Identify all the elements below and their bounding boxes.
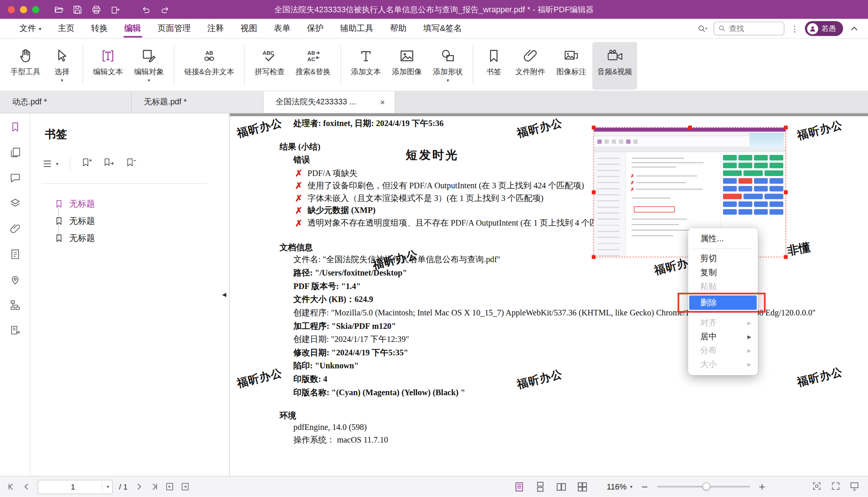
search-input[interactable] [729,24,776,32]
sidebar-form-data[interactable] [8,325,22,338]
ribbon-tool-button[interactable]: 音频&视频 ▾ [592,42,637,90]
collapse-ribbon-icon[interactable] [849,23,859,34]
undo-icon[interactable] [141,5,151,14]
close-window-button[interactable] [8,6,15,13]
more-options-icon[interactable]: ⋮ [790,23,799,34]
selection-handle[interactable] [592,191,595,194]
find-input-box[interactable] [714,22,784,35]
ribbon-tool-button[interactable]: 编辑对象 ▾ [129,42,169,90]
delete-bookmark-icon[interactable] [125,158,137,170]
view-mode-continuous-icon[interactable] [535,481,546,492]
ribbon-tool-button[interactable]: ABAC 搜索&替换 ▾ [291,42,335,90]
menu-tab[interactable]: 文件▾ [11,19,50,38]
sidebar-layers[interactable] [8,198,22,211]
selection-handle[interactable] [784,126,787,129]
page-number-input[interactable] [44,482,102,491]
previous-view-button[interactable] [165,482,174,491]
menu-tab[interactable]: 转换▾ [83,19,116,38]
menu-tab[interactable]: 表单▾ [266,19,299,38]
page-number-input-box[interactable]: ▾ [38,479,113,494]
context-menu-item[interactable]: 大小 ▶ [688,358,758,371]
menu-tab[interactable]: 保护▾ [299,19,332,38]
collapse-panel-button[interactable]: ◀ [220,287,228,302]
document-area[interactable]: 福昕办公 福昕办公 福昕办公 福昕办公 福昕办公 福昕办公 福昕办公 福昕办公 [230,113,868,476]
ribbon-tool-button[interactable]: 添加文本 ▾ [346,42,386,90]
selection-handle[interactable] [592,255,595,259]
document-tab[interactable]: 无标题.pdf * × [132,91,263,113]
next-view-button[interactable] [180,482,189,491]
menu-tab[interactable]: 注释▾ [199,19,232,38]
selection-handle[interactable] [784,255,787,259]
document-tab[interactable]: 全国法院失4233333 ... × [263,91,395,113]
menu-tab[interactable]: 帮助▾ [382,19,415,38]
bookmark-item[interactable]: 无标题 [55,195,224,213]
open-file-icon[interactable] [54,5,64,14]
ribbon-tool-button[interactable]: 书签 ▾ [478,42,509,90]
sidebar-comments[interactable] [8,172,22,186]
first-page-button[interactable] [7,482,16,491]
next-page-button[interactable] [134,482,143,491]
page-dropdown-icon[interactable]: ▾ [102,482,109,491]
new-bookmark-icon[interactable] [81,158,92,170]
selection-handle[interactable] [592,126,595,129]
share-icon[interactable] [110,5,120,14]
save-icon[interactable] [72,5,82,14]
context-menu-item[interactable]: 属性... ▶ [688,232,758,246]
context-menu-item[interactable]: 粘贴 ▶ [688,279,758,293]
ribbon-tool-button[interactable]: ABC 拼写检查 ▾ [250,42,289,90]
pdf-page[interactable]: 福昕办公 福昕办公 福昕办公 福昕办公 福昕办公 福昕办公 福昕办公 福昕办公 [230,116,868,476]
view-mode-single-icon[interactable] [514,481,525,492]
document-tab[interactable]: 动态.pdf * × [0,91,132,113]
bookmark-item[interactable]: 无标题 [55,230,224,247]
context-menu-item[interactable]: 居中 ▶ [688,330,758,343]
context-menu-item[interactable]: 剪切 ▶ [688,252,758,265]
sidebar-destinations[interactable] [8,274,22,287]
bookmark-item[interactable]: 无标题 [55,213,224,230]
menu-tab[interactable]: 辅助工具▾ [332,19,382,38]
menu-tab[interactable]: 编辑▾ [116,19,149,38]
ribbon-tool-button[interactable]: AB 链接&合并文本 ▾ [179,42,239,90]
zoom-slider-knob[interactable] [702,482,710,490]
ribbon-tool-button[interactable]: 添加图像 ▾ [387,42,427,90]
zoom-in-button[interactable]: + [758,481,767,492]
zoom-level-dropdown[interactable]: 116% ▾ [607,482,633,491]
redo-icon[interactable] [160,5,170,14]
zoom-slider[interactable] [657,486,750,487]
ribbon-tool-button[interactable]: 选择 ▾ [47,42,78,90]
sidebar-articles[interactable] [8,299,22,313]
menu-tab[interactable]: 视图▾ [232,19,266,38]
minimize-window-button[interactable] [20,6,27,13]
close-tab-icon[interactable]: × [377,97,388,108]
ribbon-tool-button[interactable]: 图像标注 ▾ [551,42,591,90]
menu-tab[interactable]: 主页▾ [50,19,83,38]
prev-page-button[interactable] [22,482,31,491]
user-account-button[interactable]: 若愚 [805,21,843,36]
ribbon-tool-button[interactable]: 编辑文本 ▾ [88,42,128,90]
sidebar-attachments[interactable] [8,223,22,236]
new-child-bookmark-icon[interactable] [103,158,115,170]
ribbon-tool-button[interactable]: 文件附件 ▾ [510,42,550,90]
menu-tab[interactable]: 填写&签名▾ [415,19,470,38]
ribbon-tool-button[interactable]: 手型工具 ▾ [6,42,46,90]
fit-page-button[interactable] [812,481,821,492]
context-menu-item[interactable]: 对齐 ▶ [688,316,758,330]
ribbon-tool-button[interactable]: 添加形状 ▾ [428,42,468,90]
sidebar-bookmarks[interactable] [8,121,22,135]
last-page-button[interactable] [149,482,159,491]
menu-tab[interactable]: 页面管理▾ [149,19,199,38]
full-screen-button[interactable] [831,481,840,492]
view-mode-facing-icon[interactable] [556,481,567,492]
presentation-mode-button[interactable] [850,481,859,492]
zoom-out-button[interactable]: − [640,481,649,492]
context-menu-item[interactable]: 删除 ▶ [689,295,757,310]
selection-handle[interactable] [784,191,787,194]
print-icon[interactable] [91,5,101,14]
sidebar-pages[interactable] [8,147,22,160]
zoom-window-button[interactable] [32,6,39,13]
selection-handle[interactable] [688,126,692,129]
context-menu-item[interactable]: 复制 ▶ [688,265,758,279]
search-mode-icon[interactable] [698,23,708,34]
bookmark-options-button[interactable]: ▾ [43,159,58,169]
view-mode-facing-continuous-icon[interactable] [577,481,588,492]
sidebar-fields[interactable] [8,248,22,262]
